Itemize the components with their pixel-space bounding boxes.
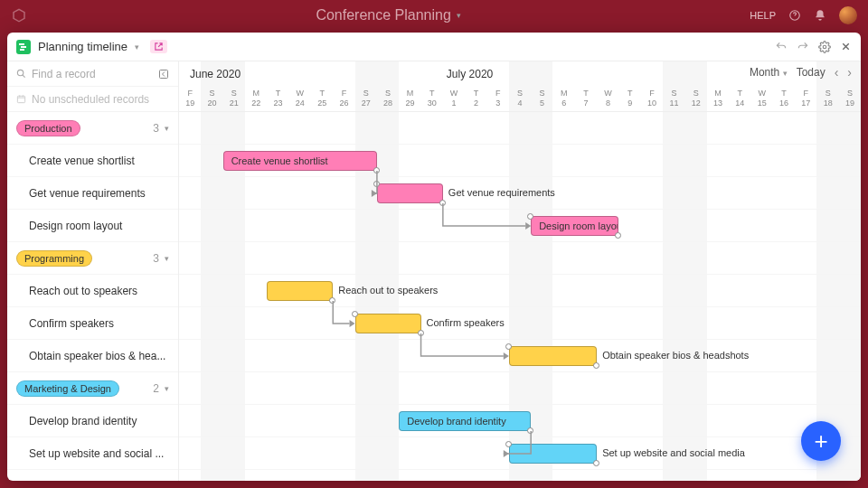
svg-point-4 <box>823 45 826 49</box>
group-pill: Production <box>16 120 80 136</box>
gantt-bar[interactable] <box>377 183 443 203</box>
unscheduled-row: No unscheduled records <box>7 87 178 112</box>
gantt-view-icon <box>16 40 31 54</box>
day-column: W24 <box>289 87 311 112</box>
day-column: T7 <box>575 87 597 112</box>
day-column: S21 <box>223 87 245 112</box>
task-row[interactable]: Set up website and social ... <box>7 437 178 470</box>
day-column: F26 <box>333 87 354 112</box>
timeline: June 2020 July 2020 Month ▾ Today ‹ › F1… <box>179 61 861 481</box>
day-column: W1 <box>443 87 465 112</box>
task-row[interactable]: Design room layout <box>7 210 178 242</box>
day-column: S20 <box>201 87 222 112</box>
day-column: S19 <box>839 87 861 112</box>
calendar-icon <box>16 94 26 104</box>
gantt-bar[interactable] <box>355 314 421 333</box>
day-column: F19 <box>179 87 201 112</box>
group-pill: Programming <box>16 250 92 267</box>
svg-rect-6 <box>160 70 168 78</box>
group-count: 3 <box>153 122 159 135</box>
day-column: T30 <box>421 87 443 112</box>
gantt-bar[interactable]: Design room layout <box>531 216 618 236</box>
add-record-fab[interactable]: + <box>801 421 841 461</box>
redo-icon[interactable] <box>797 41 809 53</box>
gantt-bar[interactable] <box>509 444 597 464</box>
app-topbar: Conference Planning ▾ HELP <box>0 0 868 31</box>
day-column: M6 <box>553 87 575 112</box>
task-row[interactable]: Confirm speakers <box>7 307 178 340</box>
bell-icon[interactable] <box>814 9 826 22</box>
task-row[interactable]: Create venue shortlist <box>7 145 178 177</box>
help-icon[interactable] <box>788 9 801 22</box>
task-row[interactable]: Develop brand identity <box>7 405 178 437</box>
scale-select[interactable]: Month ▾ <box>750 66 788 79</box>
prev-icon[interactable]: ‹ <box>835 65 839 80</box>
view-name[interactable]: Planning timeline <box>38 40 127 53</box>
gantt-bar-label: Confirm speakers <box>427 317 505 328</box>
gantt-bar-label: Set up website and social media <box>602 447 745 458</box>
svg-rect-2 <box>21 46 26 48</box>
gantt-bar-label: Reach out to speakers <box>338 285 438 296</box>
day-column: W8 <box>597 87 618 112</box>
group-row[interactable]: Production3▾ <box>7 112 178 145</box>
gantt-bar[interactable]: Create venue shortlist <box>223 151 377 171</box>
close-icon[interactable] <box>840 41 852 52</box>
task-row[interactable]: Obtain speaker bios & hea... <box>7 340 178 372</box>
svg-rect-1 <box>19 43 24 45</box>
chevron-down-icon[interactable]: ▾ <box>135 42 139 52</box>
gantt-bar[interactable] <box>267 281 333 301</box>
day-column: F10 <box>641 87 663 112</box>
avatar[interactable] <box>839 6 857 24</box>
task-row[interactable]: Reach out to speakers <box>7 275 178 307</box>
undo-icon[interactable] <box>775 41 788 53</box>
collapse-icon[interactable] <box>158 69 169 80</box>
day-column: F17 <box>795 87 816 112</box>
timeline-panel: Planning timeline ▾ Find a record No uns… <box>7 33 861 481</box>
next-icon[interactable]: › <box>847 65 852 80</box>
day-column: T2 <box>465 87 486 112</box>
day-column: T14 <box>729 87 750 112</box>
gantt-bar[interactable] <box>509 346 597 366</box>
day-column: M13 <box>707 87 729 112</box>
month-label-right: July 2020 <box>447 68 493 80</box>
app-logo-icon <box>11 7 27 23</box>
chevron-down-icon[interactable]: ▾ <box>165 124 169 133</box>
chevron-down-icon[interactable]: ▾ <box>165 384 169 393</box>
svg-rect-3 <box>20 49 24 51</box>
group-pill: Marketing & Design <box>16 380 119 397</box>
month-label-left: June 2020 <box>190 68 241 80</box>
find-record-row[interactable]: Find a record <box>7 61 178 87</box>
day-column: W15 <box>751 87 773 112</box>
timeline-header: June 2020 July 2020 Month ▾ Today ‹ › F1… <box>179 61 861 112</box>
day-column: S27 <box>355 87 377 112</box>
day-column: T25 <box>311 87 333 112</box>
today-button[interactable]: Today <box>797 66 826 79</box>
day-column: F3 <box>487 87 509 112</box>
day-column: S11 <box>663 87 684 112</box>
unscheduled-text: No unscheduled records <box>32 93 149 106</box>
task-row[interactable]: Get venue requirements <box>7 177 178 210</box>
day-column: S12 <box>685 87 707 112</box>
svg-rect-7 <box>17 96 24 102</box>
day-column: M22 <box>245 87 267 112</box>
gantt-bar-label: Get venue requirements <box>448 187 555 198</box>
group-row[interactable]: Programming3▾ <box>7 242 178 275</box>
day-column: T9 <box>619 87 641 112</box>
chevron-down-icon[interactable]: ▾ <box>165 254 169 263</box>
base-title-text: Conference Planning <box>316 7 450 23</box>
gear-icon[interactable] <box>818 41 831 53</box>
chevron-down-icon: ▾ <box>457 11 461 20</box>
group-count: 3 <box>153 252 159 265</box>
help-link[interactable]: HELP <box>750 10 776 21</box>
find-placeholder: Find a record <box>32 68 96 80</box>
gantt-bar[interactable]: Develop brand identity <box>399 411 531 431</box>
search-icon <box>16 69 26 79</box>
day-column: T23 <box>267 87 288 112</box>
gantt-bar-label: Obtain speaker bios & headshots <box>602 350 749 361</box>
open-icon[interactable] <box>150 40 167 53</box>
base-title[interactable]: Conference Planning ▾ <box>27 7 750 23</box>
day-column: S5 <box>531 87 552 112</box>
group-row[interactable]: Marketing & Design2▾ <box>7 372 178 405</box>
svg-point-5 <box>17 70 23 75</box>
day-column: T16 <box>773 87 795 112</box>
